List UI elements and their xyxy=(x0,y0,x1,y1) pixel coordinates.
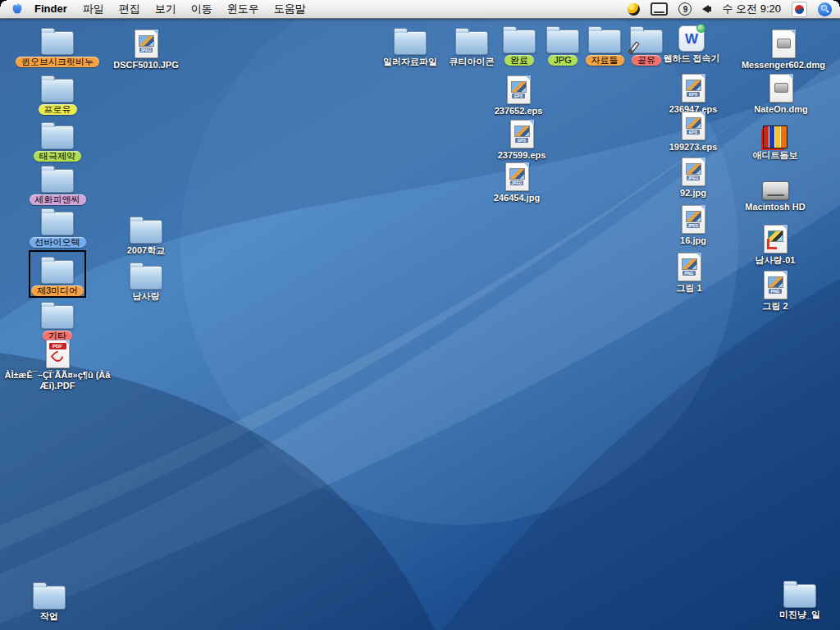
desktop-icon-nateon-dmg[interactable]: NateOn.dmg xyxy=(740,72,822,115)
desktop-icon-je3-media-selected[interactable]: 제3미디어 xyxy=(29,250,86,298)
spotlight-search-icon[interactable] xyxy=(818,2,832,16)
icon-label: 일러자료파일 xyxy=(383,57,437,67)
eps-file-icon: EPS xyxy=(507,75,531,104)
desktop-icon-messenger-dmg[interactable]: Messenger602.dmg xyxy=(726,28,840,71)
desktop-icon-pdf-file[interactable]: PDF ÀÌ±æÈ¯–ÇÏ´ÃÃ¤»ç¶û (ÀåÆí).PDF xyxy=(0,338,115,391)
icon-label: 제3미디어 xyxy=(31,285,84,296)
screen-corner-right xyxy=(833,0,840,7)
desktop-icon-236947-eps[interactable]: EPS 236947.eps xyxy=(652,72,734,115)
desktop-icon-sunbiotech[interactable]: 선바이오텍 xyxy=(16,205,98,248)
input-source-korean-flag-icon[interactable] xyxy=(792,2,807,17)
icon-label: Messenger602.dmg xyxy=(742,60,825,71)
app-menu-finder[interactable]: Finder xyxy=(28,0,75,18)
format-badge: EPS xyxy=(687,92,700,97)
desktop-icon-webhard-app[interactable]: W 웹하드 접속기 xyxy=(651,21,733,64)
desktop-icon-macintosh-hd[interactable]: Macintosh HD xyxy=(734,170,816,212)
folder-icon xyxy=(130,220,162,244)
icon-label: 2007학교 xyxy=(127,245,165,256)
icon-label: DSCF5010.JPG xyxy=(113,60,178,71)
icon-label: 남사랑 xyxy=(133,291,160,302)
globe-dot xyxy=(696,24,705,33)
desktop-icon-picture-2[interactable]: PNG 그림 2 xyxy=(734,269,816,312)
icon-label: Macintosh HD xyxy=(745,202,805,212)
folder-icon xyxy=(130,266,162,290)
desktop-icon-sehwa-pnc[interactable]: 세화피앤씨 xyxy=(16,162,98,205)
format-badge: EPS xyxy=(512,94,525,98)
displays-icon[interactable] xyxy=(651,2,668,16)
speaker-body xyxy=(709,7,711,11)
eps-file-icon: EPS xyxy=(510,120,534,148)
menu-window[interactable]: 윈도우 xyxy=(220,0,267,18)
folder-icon xyxy=(394,31,427,55)
icon-label: 그림 1 xyxy=(676,283,701,294)
format-badge: JPEG xyxy=(139,48,153,52)
pdf-file-icon: PDF xyxy=(46,340,70,368)
menu-help[interactable]: 도움말 xyxy=(267,0,313,18)
adobe-glyph xyxy=(50,349,65,363)
thumbnail xyxy=(511,81,527,93)
menu-view[interactable]: 보기 xyxy=(148,0,184,18)
norton-antivirus-icon[interactable] xyxy=(628,3,640,16)
speaker-cone xyxy=(702,5,709,13)
icon-label: 199273.eps xyxy=(669,142,718,153)
volume-icon[interactable] xyxy=(702,5,711,13)
icon-label: 남사랑-01 xyxy=(756,255,796,266)
desktop-icon-namsarang-folder[interactable]: 남사랑 xyxy=(105,259,187,302)
desktop-icon-edit-dombo[interactable]: 애디트돔보 xyxy=(734,118,816,161)
desktop-icon-namsarang-01[interactable]: 남사랑-01 xyxy=(734,223,816,266)
icon-label: 그림 2 xyxy=(762,301,788,312)
menu-clock[interactable]: 수 오전 9:20 xyxy=(722,2,781,16)
icon-label: 프로유 xyxy=(39,104,77,115)
icon-label: ÀÌ±æÈ¯–ÇÏ´ÃÃ¤»ç¶û (ÀåÆí).PDF xyxy=(2,370,113,391)
menu-go[interactable]: 이동 xyxy=(184,0,220,18)
jpeg-file-icon: JPEG xyxy=(135,30,158,58)
desktop-icon-92-jpg[interactable]: JPEG 92.jpg xyxy=(652,156,734,199)
menu-edit[interactable]: 편집 xyxy=(112,0,148,18)
illustrator-file-icon xyxy=(764,225,788,253)
desktop-icon-queen-of-secret-soap[interactable]: 퀸오브시크릿비누 xyxy=(16,25,98,67)
folder-icon xyxy=(783,584,816,608)
jpeg-file-icon: JPEG xyxy=(682,158,705,186)
format-badge: EPS xyxy=(515,138,528,143)
icon-label: 237652.eps xyxy=(495,106,543,116)
jpeg-file-icon: JPEG xyxy=(682,205,705,234)
desktop-icon-gita[interactable]: 기타 xyxy=(16,299,98,341)
classic-environment-icon[interactable]: 9 xyxy=(678,2,692,16)
format-badge: JPEG xyxy=(687,176,700,180)
thumbnail xyxy=(686,211,701,222)
red-corner-mark xyxy=(767,239,777,249)
folder-icon xyxy=(41,260,74,284)
desktop-icon-work[interactable]: 작업 xyxy=(8,579,90,622)
desktop[interactable]: Finder 파일 편집 보기 이동 윈도우 도움말 9 수 오전 9:20 퀸… xyxy=(0,0,840,630)
icon-label: 92.jpg xyxy=(680,188,706,199)
desktop-icon-proyu[interactable]: 프로유 xyxy=(16,72,98,115)
desktop-icon-246454-jpg[interactable]: JPEG 246454.jpg xyxy=(476,161,558,203)
apple-menu[interactable] xyxy=(10,2,28,16)
desktop-icon-237652-eps[interactable]: EPS 237652.eps xyxy=(477,74,559,116)
desktop-icon-dscf5010[interactable]: JPEG DSCF5010.JPG xyxy=(105,28,187,71)
hard-disk-icon xyxy=(762,181,789,200)
desktop-icon-taegeuk-pharma[interactable]: 태극제약 xyxy=(16,119,98,162)
desktop-icon-16-jpg[interactable]: JPEG 16.jpg xyxy=(652,203,734,246)
icon-label: 미진냥_일 xyxy=(779,609,820,620)
desktop-icon-2007-school[interactable]: 2007학교 xyxy=(105,213,187,256)
icon-label: 선바이오텍 xyxy=(30,237,86,248)
menu-file[interactable]: 파일 xyxy=(75,0,112,18)
jpeg-file-icon: JPEG xyxy=(505,162,529,191)
icon-label: 16.jpg xyxy=(680,235,706,246)
desktop-icon-mijinnyang[interactable]: 미진냥_일 xyxy=(759,578,840,620)
pencil-badge xyxy=(628,41,639,54)
menu-bar-left: Finder 파일 편집 보기 이동 윈도우 도움말 xyxy=(0,0,313,18)
desktop-icon-199273-eps[interactable]: EPS 199273.eps xyxy=(652,110,734,153)
thumbnail xyxy=(682,258,697,270)
thumbnail xyxy=(686,163,701,175)
folder-icon xyxy=(41,305,74,329)
format-badge: EPS xyxy=(687,130,700,135)
desktop-icon-picture-1[interactable]: PNG 그림 1 xyxy=(648,251,730,294)
books-app-icon xyxy=(763,126,788,148)
pdf-banner: PDF xyxy=(49,343,66,349)
folder-icon xyxy=(41,126,74,149)
desktop-icon-237599-eps[interactable]: EPS 237599.eps xyxy=(481,118,563,161)
apple-icon xyxy=(11,2,23,16)
disk-image-file-icon xyxy=(772,30,796,58)
